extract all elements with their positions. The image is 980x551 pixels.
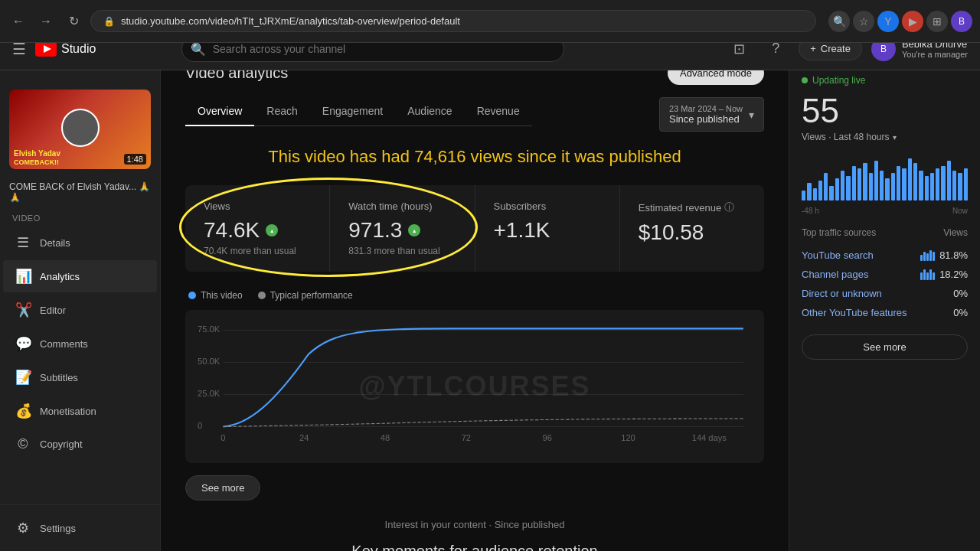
main-layout: ← Channel content Elvish YadavCOMEBACK!!…	[0, 43, 980, 551]
monetisation-icon: 💰	[15, 403, 31, 419]
mini-bar-item	[829, 186, 833, 201]
sidebar-item-analytics[interactable]: 📊 Analytics	[3, 260, 157, 292]
svg-text:144 days: 144 days	[692, 434, 727, 443]
traffic-source-label[interactable]: Direct or unknown	[802, 288, 882, 299]
mini-bar-item	[841, 171, 844, 201]
sidebar-item-copyright[interactable]: © Copyright	[3, 429, 157, 460]
mini-bar-item	[852, 166, 856, 201]
section-label: Video	[0, 206, 160, 226]
mini-bar-item	[858, 168, 861, 201]
svg-text:0: 0	[220, 434, 225, 443]
traffic-mini-bar	[929, 250, 932, 261]
mini-bar-item	[863, 163, 867, 201]
extension-icon-2[interactable]: ▶	[902, 11, 923, 32]
svg-text:24: 24	[299, 434, 309, 443]
traffic-mini-bars	[920, 269, 935, 280]
analytics-icon: 📊	[15, 268, 31, 285]
search-icon: 🔍	[191, 41, 206, 56]
typical-dot	[258, 292, 266, 299]
tab-engagement[interactable]: Engagement	[310, 97, 395, 126]
mini-bar-item	[936, 168, 939, 201]
watch-up-icon	[408, 224, 420, 236]
svg-text:72: 72	[462, 434, 471, 443]
main-content: Video analytics Advanced mode Overview R…	[161, 43, 789, 551]
traffic-row: Other YouTube features0%	[802, 303, 968, 322]
realtime-views-label[interactable]: Views · Last 48 hours ▾	[802, 132, 968, 142]
mini-bar-item	[964, 168, 968, 201]
back-button[interactable]: ←	[8, 11, 29, 32]
traffic-value: 81.8%	[939, 249, 968, 261]
traffic-source-label[interactable]: Channel pages	[802, 269, 868, 280]
mini-bar-item	[880, 171, 884, 201]
extension-icon-1[interactable]: Y	[877, 11, 899, 32]
chart-legend: This video Typical performance	[185, 290, 764, 301]
sidebar-item-comments[interactable]: 💬 Comments	[3, 328, 157, 360]
traffic-source-label[interactable]: YouTube search	[802, 249, 874, 261]
legend-this-video: This video	[188, 290, 243, 301]
bookmark-icon[interactable]: ☆	[853, 11, 874, 32]
brand-label: Studio	[61, 42, 96, 56]
tabs-nav: Overview Reach Engagement Audience Reven…	[185, 97, 532, 126]
chart-area: @YTLCOURSES 75.0K 50.0K 25.0K 0	[185, 310, 764, 463]
traffic-value: 18.2%	[939, 269, 968, 280]
svg-text:48: 48	[381, 434, 390, 443]
traffic-source-label[interactable]: Other YouTube features	[802, 307, 907, 318]
mini-bar-item	[818, 181, 822, 201]
copyright-icon: ©	[15, 436, 31, 452]
see-more-button[interactable]: See more	[185, 475, 260, 500]
reload-button[interactable]: ↻	[63, 11, 84, 32]
sidebar-item-subtitles[interactable]: 📝 Subtitles	[3, 361, 157, 393]
legend-typical-label: Typical performance	[270, 290, 353, 301]
interest-label: Interest in your content · Since publish…	[185, 519, 764, 530]
mini-bar-item	[874, 161, 878, 201]
mini-bar-item	[869, 173, 873, 201]
svg-text:120: 120	[621, 434, 635, 443]
realtime-count: 55	[802, 92, 968, 130]
svg-text:0: 0	[198, 421, 202, 430]
forward-button[interactable]: →	[35, 11, 57, 32]
svg-text:75.0K: 75.0K	[198, 324, 220, 334]
traffic-value: 0%	[953, 307, 968, 318]
revenue-info-icon[interactable]: ⓘ	[724, 201, 734, 214]
app-wrapper: ☰ Studio 🔍 ⊡ ? + Create B Beb	[0, 43, 980, 551]
subtitles-icon: 📝	[15, 369, 31, 386]
sidebar-item-details[interactable]: ☰ Details	[3, 227, 157, 259]
stat-views-value: 74.6K	[204, 218, 311, 243]
right-panel: Realtime Updating live 55 Views · Last 4…	[789, 43, 980, 551]
traffic-mini-bars	[920, 250, 935, 261]
tab-audience[interactable]: Audience	[395, 97, 464, 126]
stat-views-sub: 70.4K more than usual	[204, 246, 311, 256]
tab-reach[interactable]: Reach	[254, 97, 309, 126]
chevron-down-icon: ▾	[749, 109, 754, 121]
sidebar-item-settings-label: Settings	[40, 523, 76, 534]
tab-overview[interactable]: Overview	[185, 97, 254, 126]
mini-bar-item	[846, 176, 850, 201]
date-range-selector[interactable]: 23 Mar 2024 – Now Since published ▾	[659, 97, 764, 132]
sidebar-item-settings[interactable]: ⚙ Settings	[3, 512, 157, 544]
extension-icon-3[interactable]: ⊞	[926, 11, 948, 32]
tab-revenue[interactable]: Revenue	[465, 97, 532, 126]
stat-watch-label: Watch time (hours)	[348, 201, 456, 212]
topbar-logo[interactable]: Studio	[35, 41, 96, 57]
sidebar-item-editor[interactable]: ✂️ Editor	[3, 294, 157, 326]
sidebar-item-analytics-label: Analytics	[40, 271, 80, 282]
traffic-value: 0%	[953, 288, 968, 299]
thumb-duration: 1:48	[124, 154, 146, 165]
url-bar[interactable]: 🔒 studio.youtube.com/video/hTIt_tJRXmE/a…	[90, 10, 816, 32]
mini-bar-item	[952, 171, 956, 201]
sidebar-item-monetisation[interactable]: 💰 Monetisation	[3, 395, 157, 427]
tabs-date-row: Overview Reach Engagement Audience Reven…	[185, 97, 764, 147]
panel-see-more-button[interactable]: See more	[802, 334, 968, 360]
editor-icon: ✂️	[15, 302, 31, 318]
date-range-label: 23 Mar 2024 – Now	[669, 104, 743, 113]
mini-bar-item	[919, 171, 923, 201]
traffic-mini-bar	[929, 269, 932, 280]
stat-watch-value: 971.3	[348, 218, 456, 243]
mini-bar-chart	[802, 155, 968, 201]
sidebar-item-monetisation-label: Monetisation	[40, 406, 96, 417]
search-icon[interactable]: 🔍	[828, 11, 850, 32]
create-label: Create	[821, 43, 851, 54]
browser-icons: 🔍 ☆ Y ▶ ⊞ B	[828, 11, 972, 32]
avatar-icon[interactable]: B	[951, 11, 972, 32]
video-thumbnail[interactable]: Elvish YadavCOMEBACK!! 1:48	[9, 90, 151, 169]
